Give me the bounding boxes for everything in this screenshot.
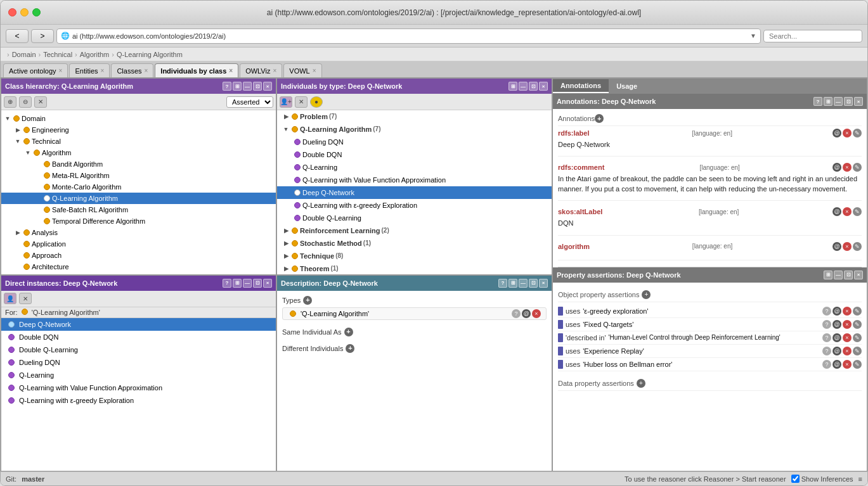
settings-icon[interactable]: ≡ xyxy=(858,475,862,483)
delete-icon[interactable]: × xyxy=(843,347,852,355)
delete-icon[interactable]: × xyxy=(532,309,541,318)
tab-active-ontology[interactable]: Active ontology × xyxy=(3,63,68,77)
at-icon[interactable]: @ xyxy=(522,309,531,318)
close-icon[interactable]: × xyxy=(273,67,276,74)
panel-icon-1[interactable]: ? xyxy=(223,279,231,288)
tree-item-technical[interactable]: ▼ Technical xyxy=(1,136,276,147)
tree-item-safe-batch[interactable]: Safe-Batch RL Algorithm xyxy=(1,204,276,215)
ind-item-q-egreedy[interactable]: Q-Learning with ε-greedy Exploration xyxy=(277,199,552,212)
panel-icon-4[interactable]: × xyxy=(539,82,548,91)
ind-group-rl[interactable]: ▶ Reinforcement Learning (2) xyxy=(277,224,552,237)
q-icon[interactable]: ? xyxy=(822,333,831,342)
q-icon[interactable]: ? xyxy=(512,309,521,318)
panel-icon-1[interactable]: ⊞ xyxy=(508,82,517,91)
ind-item-deep-q-network[interactable]: Deep Q-Network xyxy=(277,186,552,199)
ind-group-problem[interactable]: ▶ Problem (7) xyxy=(277,110,552,123)
fullscreen-button[interactable] xyxy=(32,8,41,16)
delete-icon[interactable]: × xyxy=(843,360,852,369)
q-icon[interactable]: ? xyxy=(822,307,831,316)
close-icon[interactable]: × xyxy=(145,67,148,74)
tab-individuals-by-class[interactable]: Individuals by class × xyxy=(155,63,238,77)
panel-icon-4[interactable]: ⊡ xyxy=(529,279,538,288)
tree-item-meta-rl[interactable]: Meta-RL Algorithm xyxy=(1,170,276,181)
add-type-button[interactable]: + xyxy=(303,296,312,305)
panel-icon-2[interactable]: — xyxy=(834,271,843,279)
edit-icon[interactable]: ✎ xyxy=(853,242,862,251)
panel-icon-2[interactable]: ⊞ xyxy=(508,279,517,288)
expand-icon[interactable]: ▼ xyxy=(4,115,11,122)
at-icon[interactable]: @ xyxy=(832,333,841,342)
edit-icon[interactable]: ✎ xyxy=(853,307,862,316)
panel-icon-3[interactable]: — xyxy=(243,279,252,288)
tab-classes[interactable]: Classes × xyxy=(111,63,153,77)
at-icon[interactable]: @ xyxy=(832,242,841,251)
tree-item-monte-carlo[interactable]: Monte-Carlo Algorithm xyxy=(1,181,276,193)
close-button[interactable] xyxy=(8,8,16,16)
tab-vowl[interactable]: VOWL × xyxy=(283,63,321,77)
expand-icon[interactable]: ▶ xyxy=(14,126,22,134)
url-dropdown-button[interactable]: ▼ xyxy=(750,32,756,39)
ind-item-dueling-dqn[interactable]: Dueling DQN xyxy=(277,136,552,148)
panel-icon-1[interactable]: ? xyxy=(223,82,231,91)
expand-icon[interactable]: ▼ xyxy=(14,137,22,145)
ind-group-stochastic[interactable]: ▶ Stochastic Method (1) xyxy=(277,237,552,250)
panel-icon-3[interactable]: ⊡ xyxy=(844,271,853,279)
panel-icon-2[interactable]: ⊞ xyxy=(233,82,242,91)
delete-icon[interactable]: × xyxy=(843,307,852,316)
ind-group-theorem[interactable]: ▶ Theorem (1) xyxy=(277,262,552,274)
tab-entities[interactable]: Entities × xyxy=(69,63,110,77)
hierarchy-btn-1[interactable]: ⊕ xyxy=(4,96,16,108)
close-icon[interactable]: × xyxy=(229,67,233,74)
at-icon[interactable]: @ xyxy=(832,163,841,172)
tree-item-approach[interactable]: Approach xyxy=(1,250,276,261)
add-same-individual-button[interactable]: + xyxy=(344,328,353,336)
tree-item-architecture[interactable]: Architecture xyxy=(1,261,276,272)
tree-item-engineering[interactable]: ▶ Engineering xyxy=(1,124,276,136)
panel-icon-5[interactable]: × xyxy=(539,279,548,288)
tree-item-application[interactable]: Application xyxy=(1,238,276,250)
delete-icon[interactable]: × xyxy=(843,207,852,216)
panel-icon-1[interactable]: ? xyxy=(813,97,822,106)
tab-owlviz[interactable]: OWLViz × xyxy=(240,63,282,77)
panel-icon-2[interactable]: — xyxy=(519,82,528,91)
tree-item-q-learning-algorithm[interactable]: Q-Learning Algorithm xyxy=(1,193,276,204)
ind-dot-btn[interactable]: ● xyxy=(310,96,323,108)
delete-icon[interactable]: × xyxy=(843,242,852,251)
tree-item-algorithm[interactable]: ▼ Algorithm xyxy=(1,147,276,158)
edit-icon[interactable]: ✎ xyxy=(853,360,862,369)
delete-icon[interactable]: × xyxy=(843,163,852,172)
inst-item-q-vfa[interactable]: Q-Learning with Value Function Approxima… xyxy=(1,381,276,394)
panel-icon-5[interactable]: × xyxy=(854,97,863,106)
inst-item-dueling-dqn[interactable]: Dueling DQN xyxy=(1,356,276,369)
asserted-dropdown[interactable]: Asserted Inferred xyxy=(226,96,273,108)
delete-icon[interactable]: × xyxy=(843,333,852,342)
ind-item-q-learning[interactable]: Q-Learning xyxy=(277,161,552,174)
edit-icon[interactable]: ✎ xyxy=(853,347,862,355)
tab-annotations[interactable]: Annotations xyxy=(553,79,609,93)
at-icon[interactable]: @ xyxy=(832,207,841,216)
add-data-prop-button[interactable]: + xyxy=(637,379,645,388)
add-annotation-button[interactable]: + xyxy=(595,114,604,123)
add-obj-prop-button[interactable]: + xyxy=(642,290,651,299)
delete-icon[interactable]: × xyxy=(843,320,852,329)
back-button[interactable]: < xyxy=(6,29,29,43)
ind-group-qlearning[interactable]: ▼ Q-Learning Algorithm (7) xyxy=(277,123,552,136)
delete-icon[interactable]: × xyxy=(843,129,852,137)
panel-icon-3[interactable]: ⊡ xyxy=(529,82,538,91)
at-icon[interactable]: @ xyxy=(832,129,841,137)
tab-usage[interactable]: Usage xyxy=(609,80,645,93)
ind-group-technique[interactable]: ▶ Technique (8) xyxy=(277,250,552,262)
add-different-individual-button[interactable]: + xyxy=(346,344,354,353)
tree-item-bandit[interactable]: Bandit Algorithm xyxy=(1,158,276,170)
close-icon[interactable]: × xyxy=(101,67,105,74)
edit-icon[interactable]: ✎ xyxy=(853,333,862,342)
panel-icon-5[interactable]: × xyxy=(263,279,272,288)
di-x-btn[interactable]: ✕ xyxy=(19,293,32,304)
panel-icon-4[interactable]: × xyxy=(854,271,863,279)
tree-item-analysis[interactable]: ▶ Analysis xyxy=(1,227,276,238)
panel-icon-3[interactable]: — xyxy=(834,97,843,106)
at-icon[interactable]: @ xyxy=(832,307,841,316)
panel-icon-3[interactable]: — xyxy=(519,279,528,288)
tree-item-domain[interactable]: ▼ Domain xyxy=(1,113,276,124)
edit-icon[interactable]: ✎ xyxy=(853,320,862,329)
